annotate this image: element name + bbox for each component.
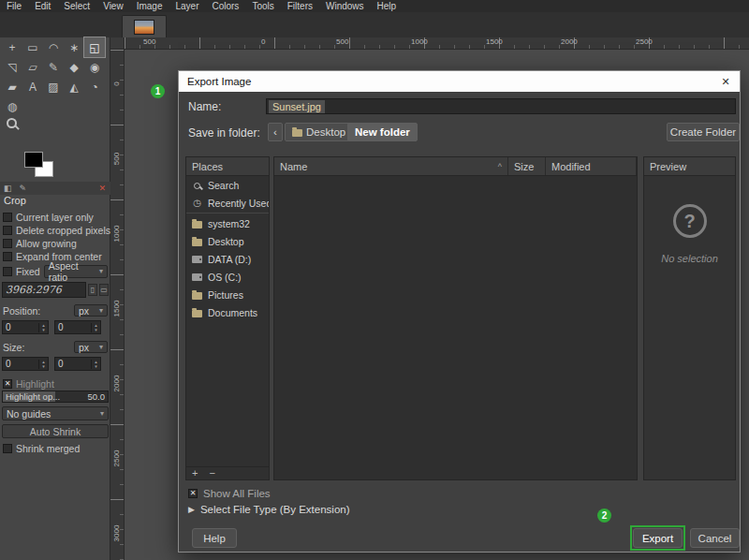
folder-icon [292, 129, 302, 137]
create-folder-button[interactable]: Create Folder [667, 123, 740, 141]
expand-from-center-checkbox[interactable] [3, 252, 12, 261]
fixed-mode-dropdown[interactable]: Aspect ratio ▾ [44, 265, 108, 278]
size-unit-dropdown[interactable]: px ▾ [74, 341, 108, 353]
v-ruler-label: 0 [112, 70, 121, 98]
position-y-spinner[interactable]: 0 ▴▾ [54, 320, 101, 334]
remove-place-button[interactable]: − [203, 468, 220, 479]
name-column-header[interactable]: Name ^ [274, 157, 508, 175]
guides-dropdown[interactable]: No guides ▾ [2, 406, 109, 420]
size-height-spinner[interactable]: 0 ▴▾ [54, 357, 101, 371]
menu-tools[interactable]: Tools [245, 1, 280, 11]
delete-cropped-pixels-checkbox[interactable] [3, 226, 12, 235]
place-item-search[interactable]: Search [186, 176, 269, 194]
menu-edit[interactable]: Edit [28, 1, 57, 11]
position-x-spinner[interactable]: 0 ▴▾ [2, 320, 49, 334]
aspect-ratio-entry[interactable]: 3968:2976 [2, 282, 86, 298]
shrink-merged-row: Shrink merged [3, 442, 80, 454]
place-item-pictures[interactable]: Pictures [186, 286, 269, 303]
highlight-opacity-slider[interactable]: Highlight op... 50.0 [2, 391, 109, 403]
place-item-documents[interactable]: Documents [186, 303, 269, 321]
crop-tool-icon[interactable]: ◱ [84, 37, 105, 57]
image-tab-sunset[interactable] [122, 15, 167, 37]
dock-close-icon[interactable]: ✕ [94, 184, 110, 193]
position-header-row: Position: px ▾ [3, 304, 108, 317]
breadcrumb-desktop-button[interactable]: Desktop [285, 123, 353, 141]
h-ruler-label: 2500 [636, 37, 653, 46]
rectangle-select-tool-icon[interactable]: ▭ [22, 37, 43, 57]
tool-options-tab-icon[interactable]: ◧ [0, 184, 16, 193]
add-place-button[interactable]: + [186, 468, 203, 479]
menu-colors[interactable]: Colors [205, 1, 245, 11]
spinner-arrows-icon[interactable]: ▴▾ [38, 360, 48, 369]
menu-filters[interactable]: Filters [281, 1, 319, 11]
no-selection-text: No selection [644, 253, 735, 264]
eraser-tool-icon[interactable]: ▰ [2, 77, 22, 96]
size-label: Size: [3, 342, 24, 353]
place-item-data-drive[interactable]: DATA (D:) [186, 250, 269, 268]
show-all-files-checkbox[interactable]: ✕ [188, 489, 198, 498]
gradient-tool-icon[interactable]: ▨ [43, 77, 64, 96]
menu-file[interactable]: File [0, 1, 28, 11]
close-icon[interactable]: ✕ [712, 76, 740, 88]
place-item-desktop[interactable]: Desktop [186, 232, 269, 250]
menu-windows[interactable]: Windows [319, 1, 371, 11]
allow-growing-checkbox[interactable] [3, 239, 12, 248]
file-list-panel[interactable]: Name ^ Size Modified [273, 156, 638, 480]
clone-tool-icon[interactable]: ◉ [84, 57, 105, 77]
landscape-icon[interactable]: ▭ [99, 284, 109, 296]
image-tab-strip [0, 12, 749, 37]
paintbrush-tool-icon[interactable]: ◆ [64, 57, 84, 77]
menu-layer[interactable]: Layer [169, 1, 205, 11]
spinner-arrows-icon[interactable]: ▴▾ [38, 323, 48, 332]
breadcrumb-new-folder-button[interactable]: New folder [347, 123, 418, 141]
dockable-tab-bar: ◧ ✎ ✕ [0, 182, 110, 195]
shrink-merged-checkbox[interactable] [3, 444, 12, 453]
dodge-tool-icon[interactable]: ◔ [84, 77, 105, 96]
filename-input[interactable]: Sunset.jpg [266, 98, 736, 114]
pencil-tool-icon[interactable]: ✎ [43, 57, 64, 77]
current-layer-only-checkbox[interactable] [3, 213, 12, 222]
sort-ascending-icon: ^ [498, 162, 502, 171]
cancel-button[interactable]: Cancel [690, 528, 740, 548]
highlight-checkbox[interactable]: ✕ [3, 379, 12, 389]
menu-image[interactable]: Image [130, 1, 169, 11]
auto-shrink-button[interactable]: Auto Shrink [2, 424, 109, 438]
spinner-arrows-icon[interactable]: ▴▾ [91, 360, 100, 369]
zoom-tool-icon[interactable] [7, 118, 22, 133]
measure-tool-icon[interactable]: ◍ [2, 96, 22, 116]
export-button[interactable]: Export [633, 528, 683, 548]
chevron-down-icon: ▾ [99, 343, 103, 351]
place-label: system32 [208, 218, 250, 229]
perspective-tool-icon[interactable]: ▱ [22, 57, 43, 77]
move-tool-icon[interactable]: + [2, 37, 22, 57]
menu-help[interactable]: Help [371, 1, 404, 11]
portrait-icon[interactable]: ▯ [88, 284, 97, 296]
help-button[interactable]: Help [192, 528, 237, 548]
help-button-label: Help [203, 533, 226, 544]
text-tool-icon[interactable]: A [22, 77, 43, 96]
fuzzy-select-tool-icon[interactable]: ∗ [64, 37, 84, 57]
spinner-arrows-icon[interactable]: ▴▾ [91, 323, 100, 332]
file-type-expander-row[interactable]: ▶ Select File Type (By Extension) [188, 504, 350, 515]
brushes-tab-icon[interactable]: ✎ [16, 184, 31, 193]
chevron-down-icon: ▾ [99, 267, 103, 275]
place-item-system32[interactable]: system32 [186, 214, 269, 232]
places-panel: Places Search ◷ Recently Used system32 [185, 156, 270, 480]
transform-tool-icon[interactable]: ◹ [2, 57, 22, 77]
free-select-tool-icon[interactable]: ◠ [43, 37, 64, 57]
position-unit-dropdown[interactable]: px ▾ [74, 304, 108, 317]
fixed-checkbox[interactable] [3, 267, 12, 276]
modified-column-header[interactable]: Modified [546, 157, 637, 175]
menu-select[interactable]: Select [57, 1, 96, 11]
size-column-header[interactable]: Size [508, 157, 546, 175]
place-item-os-drive[interactable]: OS (C:) [186, 268, 269, 286]
menu-view[interactable]: View [96, 1, 130, 11]
breadcrumb-back-button[interactable]: ‹ [268, 123, 283, 141]
fixed-label: Fixed [16, 266, 40, 277]
size-width-spinner[interactable]: 0 ▴▾ [2, 357, 49, 371]
place-item-recently-used[interactable]: ◷ Recently Used [186, 194, 269, 212]
foreground-color-swatch[interactable] [24, 152, 43, 168]
breadcrumb-desktop-label: Desktop [306, 126, 345, 138]
smudge-tool-icon[interactable]: ◭ [64, 77, 84, 96]
dialog-title-bar[interactable]: Export Image ✕ [179, 71, 740, 92]
